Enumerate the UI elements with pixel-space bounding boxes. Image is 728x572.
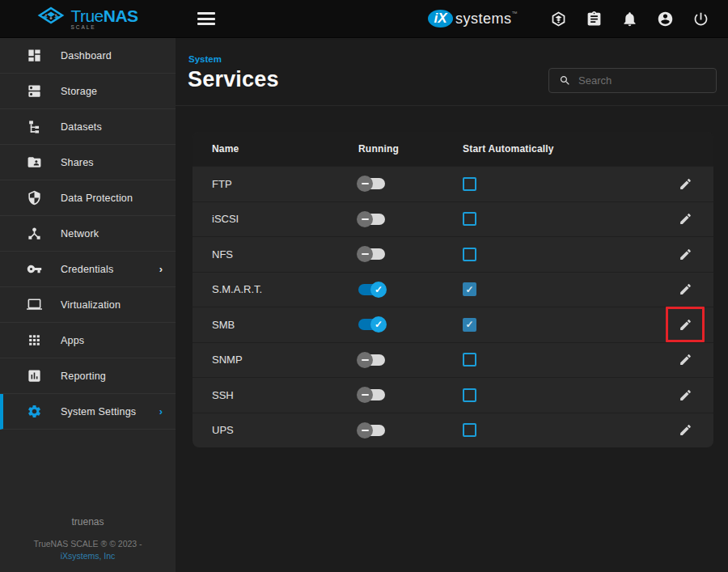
edit-pencil-icon (679, 388, 692, 402)
sidebar-item-credentials[interactable]: Credentials› (0, 252, 176, 287)
start-automatically-checkbox[interactable] (463, 212, 476, 226)
start-automatically-checkbox[interactable] (463, 388, 476, 402)
running-toggle[interactable] (358, 214, 385, 225)
sidebar-item-label: System Settings (61, 406, 136, 417)
sidebar-item-label: Credentials (61, 264, 113, 275)
truenas-wordmark: TrueNAS SCALE (70, 7, 138, 31)
start-automatically-checkbox[interactable]: ✓ (463, 318, 476, 332)
ix-bubble: iX (428, 10, 453, 28)
start-automatically-checkbox[interactable]: ✓ (463, 282, 476, 296)
search-input[interactable] (578, 74, 700, 87)
chevron-right-icon: › (159, 263, 163, 275)
edit-pencil-icon (679, 177, 692, 191)
truenas-logo[interactable]: TrueNAS SCALE (0, 0, 176, 38)
sidebar-item-label: Datasets (61, 121, 102, 133)
edit-service-button[interactable] (671, 240, 699, 268)
edit-service-button[interactable] (671, 276, 699, 303)
running-toggle[interactable] (358, 389, 385, 400)
apps-icon (24, 331, 44, 350)
edit-service-button[interactable] (671, 417, 699, 444)
page-title: Services (188, 67, 279, 92)
service-row-ssh: SSH (193, 377, 713, 413)
edit-service-button[interactable] (671, 170, 699, 197)
start-automatically-checkbox[interactable] (463, 248, 476, 261)
sidebar-item-datasets[interactable]: Datasets (0, 109, 176, 145)
sidebar-item-label: Storage (61, 86, 97, 97)
sidebar-item-label: Reporting (61, 371, 106, 382)
sidebar-item-dashboard[interactable]: Dashboard (0, 38, 176, 74)
service-row-ups: UPS (193, 413, 713, 448)
sidebar-item-storage[interactable]: Storage (0, 74, 176, 109)
edit-pencil-icon (679, 353, 692, 367)
sidebar-item-reporting[interactable]: Reporting (0, 358, 176, 394)
alerts-icon[interactable] (612, 2, 647, 35)
edit-service-button[interactable] (671, 346, 699, 374)
jobs-icon[interactable] (576, 2, 612, 35)
service-row-iscsi: iSCSI (193, 201, 713, 237)
service-name: S.M.A.R.T. (193, 283, 358, 295)
topbar-actions: iX systems™ (428, 2, 728, 35)
running-toggle[interactable] (358, 248, 385, 260)
dashboard-icon (24, 46, 44, 66)
datasets-icon (24, 117, 44, 137)
sidebar-item-label: Data Protection (61, 193, 133, 204)
sidebar-item-virtualization[interactable]: Virtualization (0, 287, 176, 323)
service-row-nfs: NFS (193, 236, 713, 272)
breadcrumb-system[interactable]: System (188, 54, 222, 64)
brand-subtitle: SCALE (70, 25, 138, 31)
sidebar-item-shares[interactable]: Shares (0, 145, 176, 180)
service-name: SMB (193, 319, 358, 331)
sidebar-item-system-settings[interactable]: System Settings› (0, 394, 176, 430)
service-name: SSH (193, 389, 358, 401)
sidebar-item-data-protection[interactable]: Data Protection (0, 180, 176, 216)
shares-icon (24, 153, 44, 172)
running-toggle[interactable] (358, 425, 385, 436)
service-row-smb: SMB✓✓ (193, 307, 713, 342)
edit-service-button[interactable] (671, 205, 699, 233)
sidebar-item-apps[interactable]: Apps (0, 323, 176, 358)
edit-pencil-icon (679, 248, 692, 261)
sidebar-footer: truenas TrueNAS SCALE ® © 2023 - iXsyste… (0, 516, 176, 562)
edit-pencil-icon (679, 318, 692, 332)
start-automatically-checkbox[interactable] (463, 423, 476, 437)
service-name: SNMP (193, 354, 358, 366)
service-row-smart: S.M.A.R.T.✓✓ (193, 272, 713, 307)
sidebar: DashboardStorageDatasetsSharesData Prote… (0, 38, 176, 572)
reporting-icon (24, 367, 44, 386)
service-name: FTP (193, 178, 358, 190)
edit-pencil-icon (679, 423, 692, 437)
power-icon[interactable] (683, 2, 718, 35)
header-divider (176, 105, 728, 106)
service-name: UPS (193, 424, 358, 436)
service-row-ftp: FTP (193, 166, 713, 201)
hostname: truenas (0, 516, 176, 528)
table-body: FTPiSCSINFSS.M.A.R.T.✓✓SMB✓✓SNMPSSHUPS (193, 166, 713, 447)
menu-toggle-icon[interactable] (197, 12, 215, 25)
running-toggle[interactable] (358, 178, 385, 189)
network-icon (24, 224, 44, 244)
ixsystems-logo[interactable]: iX systems™ (428, 10, 518, 28)
truecommand-icon[interactable] (540, 2, 576, 35)
edit-service-button[interactable] (671, 381, 699, 409)
sidebar-item-label: Network (61, 228, 99, 239)
protection-icon (24, 189, 44, 208)
chevron-right-icon: › (159, 405, 163, 417)
search-box[interactable] (548, 68, 717, 93)
running-toggle[interactable] (358, 354, 385, 366)
sidebar-item-label: Shares (61, 157, 94, 168)
edit-pencil-icon (679, 282, 692, 296)
ixsystems-link[interactable]: iXsystems, Inc (61, 551, 116, 561)
start-automatically-checkbox[interactable] (463, 177, 476, 191)
sidebar-item-network[interactable]: Network (0, 216, 176, 252)
running-toggle[interactable]: ✓ (358, 319, 385, 330)
running-toggle[interactable]: ✓ (358, 284, 385, 295)
account-icon[interactable] (647, 2, 683, 35)
start-automatically-checkbox[interactable] (463, 353, 476, 367)
sidebar-nav: DashboardStorageDatasetsSharesData Prote… (0, 38, 176, 430)
main-content: System Services Name Running Start Autom… (176, 38, 728, 572)
sidebar-item-label: Dashboard (61, 50, 112, 61)
brand-true: True (70, 6, 103, 25)
brand-nas: NAS (104, 6, 138, 25)
top-bar: TrueNAS SCALE iX systems™ (0, 0, 728, 38)
edit-service-button[interactable] (671, 311, 699, 338)
